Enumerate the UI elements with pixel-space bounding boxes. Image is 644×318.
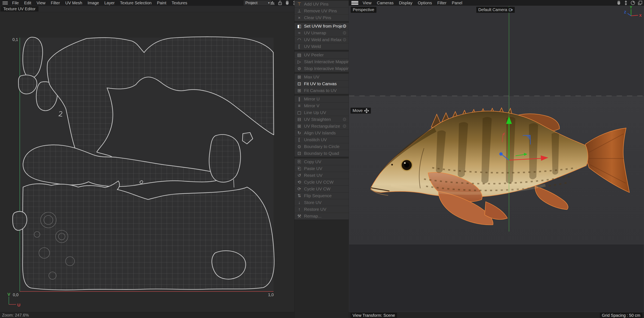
- tool-uv-weld-and-relax[interactable]: ◠UV Weld and Relax⚙: [294, 36, 349, 43]
- viewport-menu-filter[interactable]: Filter: [435, 0, 449, 5]
- uv-editor-tabbar: Texture UV Editor: [0, 6, 294, 12]
- project-dropdown[interactable]: Project ▾: [244, 0, 271, 5]
- orbit-icon[interactable]: [630, 0, 636, 6]
- tool-paste-uv[interactable]: ⎗Paste UV: [294, 165, 349, 172]
- uv-canvas[interactable]: 0,1 0,0 1,0 V U: [0, 12, 294, 312]
- viewport-menu-display[interactable]: Display: [396, 0, 415, 5]
- menu-textures[interactable]: Textures: [169, 0, 190, 5]
- viewport-menubar: ViewCamerasDisplayOptionsFilterPanel: [349, 0, 644, 6]
- tool-label: Cycle UV CW: [304, 186, 349, 192]
- tool-mirror-v[interactable]: ≡Mirror V: [294, 102, 349, 109]
- tool-label: Fit Canvas to UV: [304, 88, 349, 93]
- view-type-label[interactable]: Perspective: [351, 7, 376, 13]
- unwrap-icon: ≈: [294, 30, 304, 36]
- settings-gear-icon[interactable]: ⚙: [342, 124, 349, 129]
- pan-vertical-icon[interactable]: [624, 0, 628, 6]
- lock-icon[interactable]: [278, 0, 283, 6]
- fit-uv-canvas-icon: ⊡: [294, 81, 304, 86]
- uv-label-bottom-right: 1,0: [268, 292, 274, 297]
- settings-gear-icon[interactable]: ⚙: [342, 37, 349, 42]
- settings-gear-icon[interactable]: ⚙: [342, 24, 349, 29]
- gizmo-axis-y[interactable]: [506, 116, 512, 160]
- tool-restore-uv[interactable]: ↑Restore UV: [294, 206, 349, 212]
- weld-icon: ⟦: [294, 44, 304, 49]
- tool-boundary-to-quad[interactable]: ⊡Boundary to Quad: [294, 150, 349, 157]
- tool-uv-unwrap[interactable]: ≈UV Unwrap⚙: [294, 30, 349, 36]
- tool-align-uv-islands[interactable]: ↻Align UV Islands: [294, 130, 349, 136]
- uv-toolbar-icons: [270, 0, 297, 6]
- tool-uv-weld[interactable]: ⟦UV Weld: [294, 43, 349, 50]
- menu-file[interactable]: File: [10, 0, 22, 5]
- tab-texture-uv-editor[interactable]: Texture UV Editor: [0, 6, 38, 12]
- tool-max-uv[interactable]: ⊠Max UV: [294, 74, 349, 80]
- tool-label: Boundary to Circle: [304, 144, 349, 149]
- tool-group: ▤UV Peeler▷Start Interactive Mapping⊘Sto…: [294, 52, 349, 72]
- tool-cycle-uv-ccw[interactable]: ⟲Cycle UV CCW: [294, 179, 349, 186]
- tool-mirror-u[interactable]: ∥Mirror U: [294, 96, 349, 102]
- menu-image[interactable]: Image: [85, 0, 102, 5]
- settings-gear-icon[interactable]: ⚙: [342, 30, 349, 36]
- menu-layer[interactable]: Layer: [102, 0, 117, 5]
- menu-uv-mesh[interactable]: UV Mesh: [62, 0, 85, 5]
- tool-uv-peeler[interactable]: ▤UV Peeler: [294, 52, 349, 58]
- tool-add-uv-pins[interactable]: ⊤Add UV Pins: [294, 1, 349, 8]
- menu-filter[interactable]: Filter: [48, 0, 62, 5]
- menu-hamburger-icon[interactable]: [2, 1, 8, 5]
- tool-label: Fit UV to Canvas: [304, 81, 349, 86]
- unstitch-icon: ⟦: [294, 137, 304, 142]
- gizmo-axis-z[interactable]: [499, 152, 509, 160]
- viewport-statusbar: View Transform: Scene Grid Spacing : 50 …: [349, 312, 644, 318]
- viewport-hamburger-icon[interactable]: [351, 0, 358, 5]
- max-uv-icon: ⊠: [294, 74, 304, 80]
- menu-paint[interactable]: Paint: [154, 0, 169, 5]
- tool-clear-uv-pins[interactable]: ×Clear UV Pins: [294, 14, 349, 21]
- reset-icon: ↺: [294, 173, 304, 178]
- tool-start-interactive-mapping[interactable]: ▷Start Interactive Mapping: [294, 58, 349, 65]
- tool-uv-straighten[interactable]: ⊟UV Straighten⚙: [294, 116, 349, 123]
- settings-gear-icon[interactable]: ⚙: [342, 117, 349, 122]
- tool-fit-canvas-to-uv[interactable]: ⊞Fit Canvas to UV: [294, 87, 349, 94]
- menu-edit[interactable]: Edit: [22, 0, 34, 5]
- viewport-3d-view[interactable]: Perspective Default Camera Move: [349, 6, 644, 312]
- tool-line-up-uv[interactable]: ▢Line Up UV: [294, 109, 349, 116]
- tool-group: ⎘Copy UV⎗Paste UV↺Reset UV⟲Cycle UV CCW⟳…: [294, 158, 349, 220]
- tool-group: ⊠Max UV⊡Fit UV to Canvas⊞Fit Canvas to U…: [294, 74, 349, 94]
- axis-y-label: Y: [630, 6, 632, 9]
- tool-label: Unstitch UV: [304, 137, 349, 142]
- viewport-menu-view[interactable]: View: [360, 0, 374, 5]
- tool-remove-uv-pins[interactable]: ⊥Remove UV Pins: [294, 8, 349, 14]
- line-up-icon: ▢: [294, 110, 304, 115]
- tool-stop-interactive-mapping[interactable]: ⊘Stop Interactive Mapping: [294, 65, 349, 72]
- tool-group: ⊤Add UV Pins⊥Remove UV Pins×Clear UV Pin…: [294, 1, 349, 21]
- tool-label: Cycle UV CCW: [304, 180, 349, 185]
- tool-flip-sequence[interactable]: ⇅Flip Sequence: [294, 192, 349, 199]
- tool-fit-uv-to-canvas[interactable]: ⊡Fit UV to Canvas: [294, 80, 349, 87]
- tool-remap[interactable]: ⚒Remap...: [294, 213, 349, 220]
- move-gizmo[interactable]: [349, 6, 644, 312]
- gizmo-axis-x[interactable]: [509, 156, 548, 161]
- viewport-menu-panel[interactable]: Panel: [449, 0, 465, 5]
- tool-cycle-uv-cw[interactable]: ⟳Cycle UV CW: [294, 186, 349, 192]
- menu-texture-selection[interactable]: Texture Selection: [117, 0, 154, 5]
- tool-label: Mirror U: [304, 96, 349, 102]
- tool-reset-uv[interactable]: ↺Reset UV: [294, 172, 349, 179]
- hand-icon[interactable]: [285, 0, 290, 6]
- tool-copy-uv[interactable]: ⎘Copy UV: [294, 158, 349, 165]
- tool-store-uv[interactable]: ↓Store UV: [294, 199, 349, 206]
- active-tool-label[interactable]: Move: [350, 108, 371, 114]
- tool-set-uvw-from-projection[interactable]: ◧Set UVW from Projection⚙: [294, 23, 349, 30]
- pin-remove-icon: ⊥: [294, 8, 304, 14]
- histogram-icon[interactable]: [270, 0, 276, 6]
- viewport-menu-options[interactable]: Options: [415, 0, 435, 5]
- maximize-icon[interactable]: [638, 0, 643, 6]
- hand-icon[interactable]: [616, 0, 622, 6]
- uv-editor-statusbar: Zoom: 247.6%: [0, 312, 294, 318]
- menu-view[interactable]: View: [34, 0, 48, 5]
- tool-boundary-to-circle[interactable]: ⊙Boundary to Circle: [294, 143, 349, 150]
- viewport-menu-cameras[interactable]: Cameras: [374, 0, 396, 5]
- camera-label[interactable]: Default Camera: [476, 7, 515, 13]
- tool-uv-rectangularize[interactable]: ⊞UV Rectangularize⚙: [294, 123, 349, 130]
- tool-unstitch-uv[interactable]: ⟦Unstitch UV: [294, 136, 349, 143]
- plane-handle-y[interactable]: [516, 153, 527, 156]
- uv-islands[interactable]: [12, 37, 274, 290]
